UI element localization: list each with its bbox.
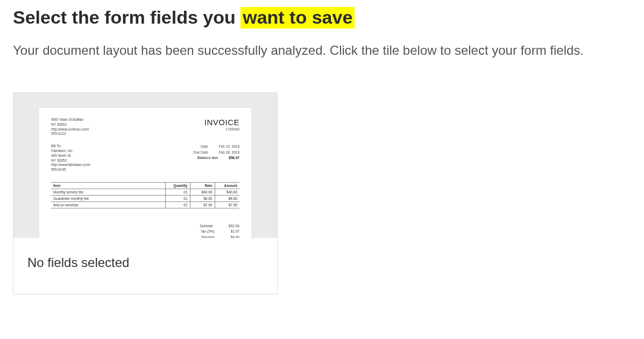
- invoice-number: 1785440: [204, 127, 239, 131]
- from-line: 4567 Main St Buffalo: [51, 118, 89, 122]
- table-row: Add-on services 01 $7.50 $7.50: [51, 201, 239, 208]
- from-line: http://www.contoso.com/: [51, 127, 89, 132]
- meta-label: Date: [201, 144, 208, 149]
- bill-to-line: 345 North St: [51, 154, 90, 158]
- bill-to-line: http://www.fabrikam.com/: [51, 163, 90, 168]
- invoice-document: 4567 Main St Buffalo NY 30852 http://www…: [39, 108, 251, 238]
- form-fields-tile[interactable]: 4567 Main St Buffalo NY 30852 http://www…: [13, 92, 278, 294]
- meta-label: Balance due: [197, 155, 218, 161]
- bill-to-line: Fabrikam, Inc.: [51, 149, 90, 154]
- invoice-title: INVOICE: [204, 118, 239, 127]
- col-rate: Rate: [190, 182, 215, 189]
- cell: 01: [165, 189, 190, 195]
- totals-block: Subtotal $52.50 Tax (5%) $1.07 Shipping …: [51, 223, 239, 238]
- bill-to-block: Bill To: Fabrikam, Inc. 345 North St NY …: [51, 144, 90, 172]
- bill-to-line: 555-0145: [51, 168, 90, 172]
- from-address: 4567 Main St Buffalo NY 30852 http://www…: [51, 118, 89, 136]
- cell: 01: [165, 201, 190, 208]
- cell: Add-on services: [51, 201, 165, 208]
- cell: $40.00: [190, 189, 215, 195]
- col-amount: Amount: [215, 182, 239, 189]
- invoice-meta: Date Feb 15, 2018 Due Date Feb 28, 2018 …: [193, 144, 239, 172]
- totals-label: Subtotal: [200, 223, 213, 229]
- meta-value: $58.47: [229, 155, 239, 161]
- col-qty: Quantity: [165, 182, 190, 189]
- page-subtitle: Your document layout has been successful…: [13, 41, 631, 60]
- totals-label: Tax (5%): [201, 229, 215, 234]
- bill-to-heading: Bill To:: [51, 144, 90, 149]
- totals-value: $4.90: [231, 235, 239, 239]
- invoice-heading: INVOICE 1785440: [204, 118, 239, 136]
- cell: $40.00: [215, 189, 239, 195]
- cell: $7.50: [215, 201, 239, 208]
- meta-label: Due Date: [193, 150, 208, 155]
- cell: 01: [165, 195, 190, 201]
- totals-value: $1.07: [231, 229, 239, 234]
- cell: $8.00: [190, 195, 215, 201]
- col-item: Item: [51, 182, 165, 189]
- cell: $7.50: [190, 201, 215, 208]
- cell: $8.00: [215, 195, 239, 201]
- page-title-highlight: want to save: [240, 7, 355, 28]
- tile-caption: No fields selected: [13, 238, 277, 294]
- line-items-table: Item Quantity Rate Amount Monthly servic…: [51, 182, 239, 208]
- totals-label: Shipping: [201, 235, 214, 239]
- bill-to-line: NY 30052: [51, 158, 90, 163]
- document-preview: 4567 Main St Buffalo NY 30852 http://www…: [13, 93, 277, 238]
- totals-value: $52.50: [229, 223, 239, 229]
- meta-value: Feb 28, 2018: [219, 150, 239, 155]
- table-row: Monthly service fee 01 $40.00 $40.00: [51, 189, 239, 195]
- cell: Guarantee monthly fee: [51, 195, 165, 201]
- meta-value: Feb 15, 2018: [219, 144, 239, 149]
- from-line: 555-0123: [51, 132, 89, 136]
- page-title-plain: Select the form fields you: [13, 7, 240, 27]
- page-title: Select the form fields you want to save: [13, 5, 631, 29]
- from-line: NY 30852: [51, 122, 89, 127]
- cell: Monthly service fee: [51, 189, 165, 195]
- table-row: Guarantee monthly fee 01 $8.00 $8.00: [51, 195, 239, 201]
- table-header-row: Item Quantity Rate Amount: [51, 182, 239, 189]
